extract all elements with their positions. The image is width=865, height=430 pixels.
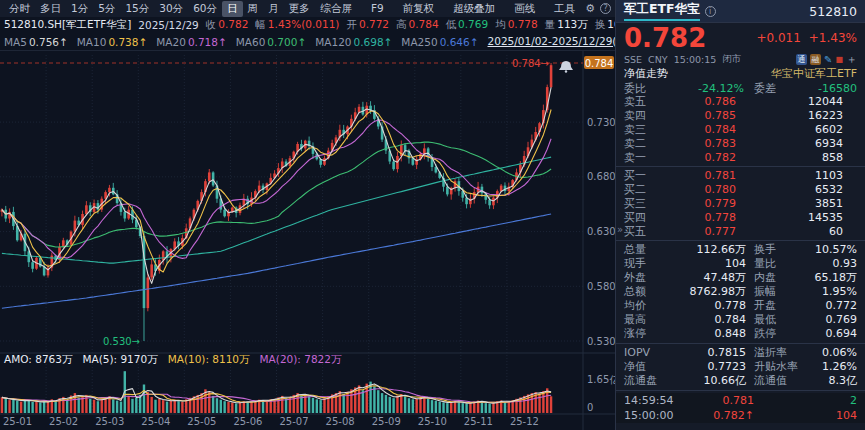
level-label: 买四 bbox=[624, 210, 666, 225]
stat-value: 8762.98万 bbox=[676, 284, 746, 299]
stat-row: 外盘47.48万内盘65.18万 bbox=[616, 271, 865, 285]
pencil-icon[interactable]: ✎ bbox=[824, 54, 832, 65]
stat-label: 流通盘 bbox=[624, 373, 676, 388]
tool-前复权[interactable]: 前复权 bbox=[398, 1, 440, 17]
ask-level-row[interactable]: 卖三0.7846602 bbox=[616, 123, 865, 137]
period-tab-分时[interactable]: 分时 bbox=[4, 1, 35, 17]
ask-level-row[interactable]: 卖五0.78612044 bbox=[616, 95, 865, 109]
level-label: 卖四 bbox=[624, 108, 666, 123]
stat-row: 总量112.66万换手10.57% bbox=[616, 243, 865, 257]
instrument-name[interactable]: 军工ETF华宝 bbox=[624, 1, 700, 21]
candlestick-chart[interactable]: 0.7300.6800.6300.5800.5301.65亿025-0125-0… bbox=[0, 50, 615, 430]
instrument-code: 512810 bbox=[809, 4, 857, 19]
ma-label: MA20 bbox=[156, 36, 186, 48]
tick-row[interactable]: 15:00:000.782↑104 bbox=[616, 408, 865, 423]
period-tab-1分[interactable]: 1分 bbox=[66, 1, 93, 17]
expand-levels-icon[interactable]: » bbox=[617, 224, 623, 235]
weibi-row: 委比 -24.12% 委差 -16580 bbox=[616, 81, 865, 95]
field-value: 0.772 bbox=[359, 18, 389, 32]
x-axis-labels: 25-0125-0225-0325-0425-0525-0625-0725-08… bbox=[3, 416, 539, 427]
svg-text:0: 0 bbox=[587, 402, 593, 413]
tool-工具[interactable]: 工具 bbox=[549, 1, 580, 17]
svg-text:0.730: 0.730 bbox=[587, 117, 615, 128]
tool-buttons: 综合屏F9前复权超级叠加画线工具 bbox=[315, 1, 580, 17]
info-icon[interactable]: i bbox=[705, 6, 716, 17]
period-tab-日[interactable]: 日 bbox=[222, 1, 243, 17]
chart-canvas[interactable]: 0.7300.6800.6300.5800.5301.65亿025-0125-0… bbox=[0, 51, 615, 430]
ohlc-fields: 收0.782幅1.43%(0.011)开0.772高0.784低0.769均0.… bbox=[206, 18, 648, 32]
ask-level-row[interactable]: 卖二0.7836934 bbox=[616, 136, 865, 150]
stat-value: 0.772 bbox=[804, 299, 857, 312]
tick-list: 14:59:540.781215:00:000.782↑104 bbox=[616, 393, 865, 423]
quote-panel: 军工ETF华宝 i 512810 0.782 +0.011 +1.43% SSE… bbox=[615, 0, 865, 430]
orderbook-divider bbox=[616, 166, 865, 167]
level-qty: 6602 bbox=[736, 123, 857, 136]
alert-square-icon[interactable]: ■ bbox=[835, 55, 843, 64]
tool-画线[interactable]: 画线 bbox=[509, 1, 540, 17]
ma-label: MA250 bbox=[401, 36, 437, 48]
tool-F9[interactable]: F9 bbox=[366, 1, 389, 17]
amo-ma20: MA(20): 7822万 bbox=[260, 353, 342, 366]
stat-value: 0.784 bbox=[676, 313, 746, 326]
field-低: 低0.769 bbox=[446, 18, 489, 32]
svg-text:25-10: 25-10 bbox=[418, 416, 447, 427]
tick-row[interactable]: 14:59:540.7812 bbox=[616, 393, 865, 408]
stat-value: 112.66万 bbox=[676, 242, 746, 257]
period-tab-5分[interactable]: 5分 bbox=[93, 1, 120, 17]
stat-row: 均价0.778开盘0.772 bbox=[616, 299, 865, 313]
gear-icon[interactable]: ⚙ bbox=[582, 2, 598, 15]
tool-超级叠加[interactable]: 超级叠加 bbox=[448, 1, 500, 17]
ma-legend-MA120: MA1200.698↑ bbox=[315, 36, 392, 48]
period-tab-多日[interactable]: 多日 bbox=[35, 1, 66, 17]
level-label: 卖五 bbox=[624, 94, 666, 109]
margin-badge[interactable]: 融 bbox=[810, 54, 821, 65]
period-tab-30分[interactable]: 30分 bbox=[154, 1, 188, 17]
ma-label: MA120 bbox=[315, 36, 351, 48]
svg-text:0.680: 0.680 bbox=[587, 171, 615, 182]
ticks-divider bbox=[616, 390, 865, 391]
stats-divider bbox=[616, 240, 865, 241]
stat-value: 10.57% bbox=[804, 243, 857, 256]
ask-level-row[interactable]: 卖四0.78516223 bbox=[616, 109, 865, 123]
level-price: 0.784 bbox=[666, 123, 736, 136]
svg-text:25-08: 25-08 bbox=[326, 416, 355, 427]
level-qty: 858 bbox=[736, 151, 857, 164]
level-price: 0.777 bbox=[666, 225, 736, 238]
stat-row: 流通盘10.66亿流通值8.3亿 bbox=[616, 374, 865, 388]
bid-level-row[interactable]: 买二0.7806532 bbox=[616, 183, 865, 197]
tick-price: 0.782↑ bbox=[686, 409, 754, 422]
ask-level-row[interactable]: 卖一0.782858 bbox=[616, 150, 865, 164]
svg-text:0.530: 0.530 bbox=[587, 336, 615, 347]
bid-level-row[interactable]: 买四0.77814535 bbox=[616, 210, 865, 224]
period-tab-周[interactable]: 周 bbox=[243, 1, 264, 17]
period-tab-更多[interactable]: 更多 bbox=[284, 1, 315, 17]
symbol-label[interactable]: 512810.SH[军工ETF华宝] bbox=[4, 18, 131, 32]
fund-full-name: 华宝中证军工ETF bbox=[771, 66, 857, 81]
tool-综合屏[interactable]: 综合屏 bbox=[315, 1, 357, 17]
period-tab-60分[interactable]: 60分 bbox=[188, 1, 222, 17]
bid-level-row[interactable]: 买一0.7811103 bbox=[616, 169, 865, 183]
bid-level-row[interactable]: »买五0.77760 bbox=[616, 224, 865, 238]
ma-legend-MA20: MA200.718↑ bbox=[156, 36, 226, 48]
amo-ma5: MA(5): 9170万 bbox=[82, 353, 157, 366]
field-label: 收 bbox=[206, 18, 217, 32]
nav-trend-link[interactable]: 净值走势 bbox=[624, 66, 668, 81]
add-icon[interactable]: ＋ bbox=[846, 52, 857, 67]
hgt-badge[interactable]: 通 bbox=[796, 54, 807, 65]
ma-value: 0.698↑ bbox=[354, 36, 393, 48]
period-tab-月[interactable]: 月 bbox=[263, 1, 284, 17]
nav-trend-row[interactable]: 净值走势 华宝中证军工ETF bbox=[616, 66, 865, 81]
help-icon[interactable]: ? bbox=[600, 3, 611, 14]
stat-label: 现手 bbox=[624, 256, 676, 271]
bid-level-row[interactable]: 买三0.7793851 bbox=[616, 197, 865, 211]
field-label: 低 bbox=[446, 18, 457, 32]
field-value: 0.784 bbox=[409, 18, 439, 32]
period-tab-15分[interactable]: 15分 bbox=[120, 1, 154, 17]
svg-text:1.65亿: 1.65亿 bbox=[587, 374, 615, 385]
quote-header: 军工ETF华宝 i 512810 bbox=[616, 0, 865, 23]
ma-label: MA10 bbox=[77, 36, 107, 48]
stat-value: 8.3亿 bbox=[804, 373, 857, 388]
ma-value: 0.700↑ bbox=[267, 36, 306, 48]
stat-label: 总量 bbox=[624, 242, 676, 257]
level-qty: 6532 bbox=[736, 183, 857, 196]
